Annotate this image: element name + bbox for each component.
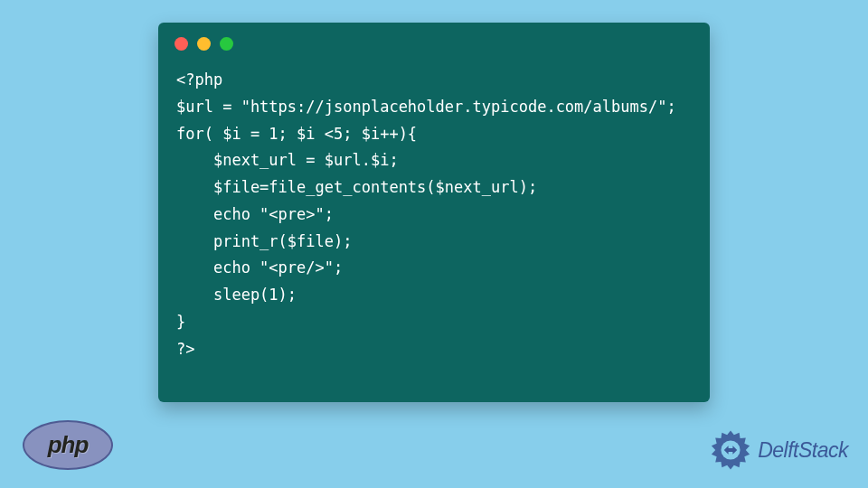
code-content: <?php $url = "https://jsonplaceholder.ty… xyxy=(158,58,710,380)
php-logo: php xyxy=(23,420,113,470)
window-controls xyxy=(158,23,710,58)
minimize-dot-icon xyxy=(197,37,211,51)
php-logo-text: php xyxy=(48,431,89,459)
code-window: <?php $url = "https://jsonplaceholder.ty… xyxy=(158,23,710,402)
close-dot-icon xyxy=(175,37,188,51)
delftstack-gear-icon xyxy=(709,428,752,472)
delftstack-logo-text: DelftStack xyxy=(758,438,848,463)
delftstack-logo: DelftStack xyxy=(709,428,848,472)
maximize-dot-icon xyxy=(220,37,233,51)
